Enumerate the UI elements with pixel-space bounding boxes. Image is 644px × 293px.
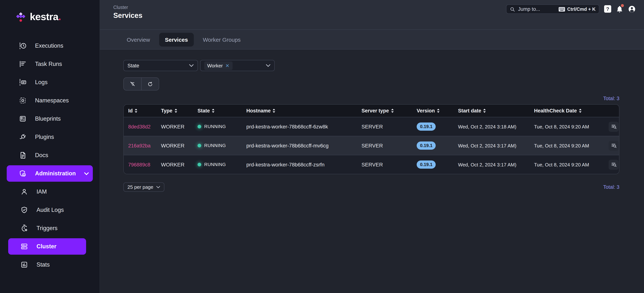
table-footer: 25 per page Total: 3 — [123, 182, 620, 192]
account-button[interactable] — [628, 5, 636, 13]
column-header-type[interactable]: Type — [161, 108, 198, 114]
sidebar-item-cluster[interactable]: Cluster — [8, 238, 86, 255]
sidebar-item-task-runs[interactable]: Task Runs — [7, 56, 93, 72]
type-filter-select[interactable]: Worker ✕ — [200, 60, 275, 71]
server-icon — [20, 242, 28, 251]
service-id-link[interactable]: 796889c8 — [128, 162, 150, 168]
sidebar-item-label: Logs — [35, 79, 48, 86]
sidebar-item-plugins[interactable]: Plugins — [7, 129, 93, 145]
column-header-start-date[interactable]: Start date — [458, 108, 534, 114]
sidebar-item-docs[interactable]: Docs — [7, 147, 93, 163]
sidebar-item-label: IAM — [36, 188, 47, 195]
row-actions-cell — [608, 141, 620, 151]
version-badge: 0.19.1 — [417, 141, 436, 150]
column-header-id[interactable]: Id — [128, 108, 161, 114]
timeline-clock-icon — [19, 42, 27, 50]
kestra-logo[interactable]: kestra. — [0, 0, 100, 23]
chip-close-icon[interactable]: ✕ — [225, 63, 230, 68]
timeline-text-icon — [19, 78, 27, 86]
sidebar-nav: Executions Task Runs Logs — [0, 38, 100, 273]
service-type-cell: WORKER — [161, 143, 198, 149]
filters-row: State Worker ✕ — [123, 60, 620, 71]
sort-icon — [391, 109, 394, 113]
healthcheck-date-cell: Tue, Oct 8, 2024 9:20 AM — [534, 124, 608, 129]
notification-dot — [621, 4, 624, 7]
table-header-row: Id Type State Hostname Server type Versi… — [124, 105, 619, 117]
per-page-select[interactable]: 25 per page — [123, 182, 164, 192]
column-header-hostname[interactable]: Hostname — [246, 108, 362, 114]
service-id-link[interactable]: 216a92ba — [128, 143, 150, 149]
sidebar-item-label: Docs — [35, 152, 48, 159]
view-service-logs-button[interactable] — [608, 122, 619, 132]
column-header-version[interactable]: Version — [417, 108, 458, 114]
shield-account-icon — [19, 169, 27, 178]
chevron-down-icon — [84, 172, 89, 175]
tab-overview[interactable]: Overview — [121, 32, 156, 46]
table-actions-row — [123, 77, 620, 90]
search-icon — [510, 6, 515, 12]
table-row: 796889c8 WORKER RUNNING prd-kestra-worke… — [124, 155, 619, 174]
chevron-down-icon — [156, 186, 160, 188]
worker-filter-chip: Worker ✕ — [204, 61, 232, 70]
total-count-bottom: Total: 3 — [603, 184, 620, 190]
server-type-cell: SERVER — [362, 143, 417, 149]
service-state-cell: RUNNING — [198, 143, 246, 148]
table-row: 216a92ba WORKER RUNNING prd-kestra-worke… — [124, 136, 619, 155]
sidebar-item-namespaces[interactable]: Namespaces — [7, 92, 93, 109]
hostname-cell: prd-kestra-worker-78b68ccff-6zw8k — [246, 124, 362, 130]
sidebar-item-label: Administration — [35, 170, 76, 177]
sidebar-item-triggers[interactable]: Triggers — [8, 220, 86, 236]
notifications-button[interactable] — [616, 5, 623, 13]
service-type-cell: WORKER — [161, 162, 198, 168]
sidebar-item-label: Blueprints — [35, 115, 61, 122]
table-body: 8ded38d2 WORKER RUNNING prd-kestra-worke… — [124, 117, 619, 174]
kestra-logo-text: kestra. — [30, 11, 61, 23]
account-icon — [20, 188, 28, 196]
row-actions-cell — [608, 122, 620, 132]
sidebar-item-executions[interactable]: Executions — [7, 38, 93, 54]
service-id-cell: 216a92ba — [128, 143, 161, 149]
version-cell: 0.19.1 — [417, 160, 458, 169]
dashed-group-icon — [19, 96, 27, 105]
server-type-cell: SERVER — [362, 124, 417, 130]
sidebar-item-logs[interactable]: Logs — [7, 74, 93, 90]
refresh-button[interactable] — [141, 78, 159, 90]
sidebar: kestra. Executions Task Runs — [0, 0, 100, 293]
sidebar-item-stats[interactable]: Stats — [8, 257, 86, 273]
sidebar-item-blueprints[interactable]: Blueprints — [7, 111, 93, 127]
column-header-healthcheck-date[interactable]: HealthCheck Date — [534, 108, 608, 114]
running-status-dot — [198, 125, 201, 128]
row-actions-cell — [608, 160, 620, 170]
tab-services[interactable]: Services — [159, 32, 194, 46]
service-id-cell: 796889c8 — [128, 162, 161, 168]
server-type-cell: SERVER — [362, 162, 417, 168]
column-header-state[interactable]: State — [198, 108, 246, 114]
version-cell: 0.19.1 — [417, 122, 458, 131]
topbar-actions: Jump to... Ctrl/Cmd + K ? — [506, 0, 636, 29]
sidebar-item-label: Plugins — [35, 134, 54, 140]
global-search[interactable]: Jump to... Ctrl/Cmd + K — [506, 4, 599, 14]
service-id-link[interactable]: 8ded38d2 — [128, 124, 150, 130]
refresh-icon — [147, 81, 153, 87]
sidebar-item-administration[interactable]: Administration — [7, 165, 93, 182]
view-service-logs-button[interactable] — [608, 141, 619, 151]
content: State Worker ✕ — [100, 49, 644, 293]
sidebar-item-iam[interactable]: IAM — [8, 184, 86, 200]
column-header-server-type[interactable]: Server type — [362, 108, 417, 114]
sidebar-item-label: Task Runs — [35, 61, 62, 67]
help-button[interactable]: ? — [604, 5, 611, 13]
clear-filters-button[interactable] — [124, 78, 141, 90]
service-state-cell: RUNNING — [198, 162, 246, 167]
page-title: Services — [113, 11, 142, 20]
chart-box-icon — [20, 261, 28, 269]
power-plug-icon — [19, 133, 27, 141]
sidebar-item-label: Namespaces — [35, 97, 69, 104]
view-service-logs-button[interactable] — [608, 160, 619, 170]
app: kestra. Executions Task Runs — [0, 0, 644, 293]
timer-cog-icon — [20, 224, 28, 232]
running-status-dot — [198, 144, 201, 147]
sidebar-item-audit-logs[interactable]: Audit Logs — [8, 202, 86, 218]
state-filter-select[interactable]: State — [123, 60, 198, 71]
tab-worker-groups[interactable]: Worker Groups — [197, 32, 247, 46]
breadcrumb: Cluster — [113, 5, 142, 10]
